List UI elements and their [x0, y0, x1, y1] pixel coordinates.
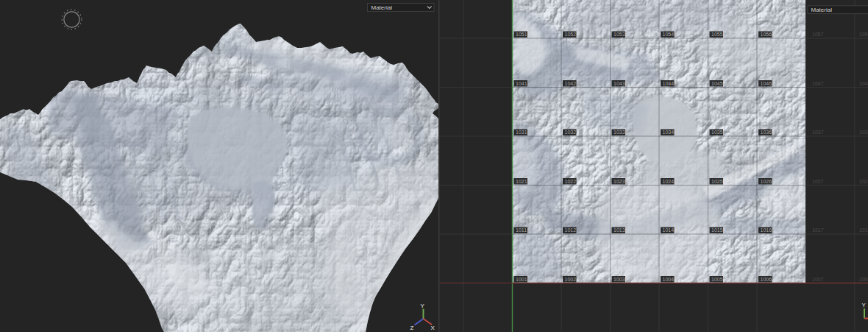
svg-text:1006: 1006	[761, 277, 772, 282]
svg-text:1021: 1021	[516, 179, 527, 184]
svg-text:1056: 1056	[761, 32, 772, 37]
svg-text:Z: Z	[410, 325, 414, 331]
svg-text:1057: 1057	[812, 32, 824, 37]
svg-text:1031: 1031	[516, 130, 527, 135]
svg-text:1038: 1038	[859, 130, 868, 135]
svg-text:Material: Material	[811, 7, 833, 13]
svg-text:1058: 1058	[859, 32, 868, 37]
svg-text:1011: 1011	[516, 227, 527, 233]
svg-text:1046: 1046	[761, 81, 772, 86]
svg-text:1022: 1022	[565, 179, 577, 184]
svg-text:1047: 1047	[812, 81, 824, 86]
svg-text:1044: 1044	[663, 81, 675, 86]
svg-text:1015: 1015	[711, 227, 723, 233]
svg-text:1017: 1017	[812, 227, 824, 233]
svg-text:1045: 1045	[711, 81, 723, 86]
svg-text:Y: Y	[421, 303, 425, 309]
svg-text:Y: Y	[862, 302, 867, 308]
svg-text:1005: 1005	[711, 277, 723, 282]
svg-text:1033: 1033	[613, 130, 625, 135]
svg-text:1016: 1016	[761, 227, 772, 233]
svg-text:1018: 1018	[859, 227, 868, 233]
svg-text:1051: 1051	[516, 32, 527, 37]
svg-text:1014: 1014	[663, 227, 675, 233]
svg-text:1003: 1003	[613, 277, 625, 282]
svg-text:1037: 1037	[812, 130, 824, 135]
svg-text:1041: 1041	[516, 81, 527, 86]
svg-text:1055: 1055	[711, 32, 723, 37]
svg-text:X: X	[431, 325, 435, 331]
svg-text:1048: 1048	[859, 81, 868, 86]
svg-text:1052: 1052	[565, 32, 577, 37]
svg-text:1013: 1013	[613, 227, 625, 233]
svg-text:1034: 1034	[663, 130, 675, 135]
svg-text:1032: 1032	[565, 130, 577, 135]
svg-text:1053: 1053	[613, 32, 625, 37]
svg-text:1012: 1012	[565, 227, 577, 233]
svg-text:1024: 1024	[663, 179, 675, 184]
svg-text:1042: 1042	[565, 81, 577, 86]
svg-text:1043: 1043	[613, 81, 625, 86]
svg-text:1026: 1026	[761, 179, 772, 184]
svg-text:1023: 1023	[613, 179, 625, 184]
svg-text:1008: 1008	[859, 277, 868, 282]
svg-text:1007: 1007	[812, 277, 824, 282]
svg-text:1028: 1028	[859, 179, 868, 184]
svg-text:Material: Material	[371, 4, 393, 11]
svg-text:1027: 1027	[812, 179, 824, 184]
svg-text:1054: 1054	[663, 32, 675, 37]
svg-text:1004: 1004	[663, 277, 675, 282]
svg-text:1036: 1036	[761, 130, 772, 135]
svg-text:1035: 1035	[711, 130, 723, 135]
svg-text:1002: 1002	[565, 277, 577, 282]
svg-text:1025: 1025	[711, 179, 723, 184]
svg-text:1001: 1001	[516, 277, 527, 282]
